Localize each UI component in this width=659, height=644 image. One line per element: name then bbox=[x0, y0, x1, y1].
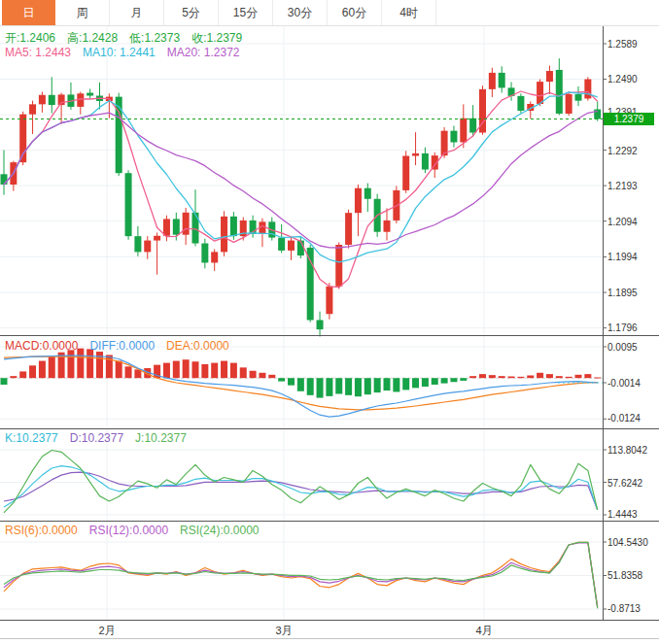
rsi24-value: RSI(24):0.0000 bbox=[180, 524, 259, 537]
rsi6-value: RSI(6):0.0000 bbox=[5, 524, 78, 537]
kdj-readout: K:10.2377D:10.2377J:10.2377 bbox=[5, 431, 198, 445]
candlestick-chart-canvas[interactable] bbox=[0, 0, 659, 644]
macd-ytick: -0.0014 bbox=[607, 378, 641, 389]
rsi-ytick: 104.5430 bbox=[607, 537, 648, 548]
main-ytick: 1.1796 bbox=[607, 322, 638, 333]
high-value: 高:1.2428 bbox=[67, 31, 118, 45]
rsi-readout: RSI(6):0.0000RSI(12):0.0000RSI(24):0.000… bbox=[5, 524, 271, 537]
ma20-value: MA20: 1.2372 bbox=[167, 46, 240, 59]
macd-ytick: 0.0095 bbox=[607, 342, 638, 353]
main-ytick: 1.2094 bbox=[607, 217, 638, 227]
main-ytick: 1.1895 bbox=[607, 288, 638, 298]
rsi12-value: RSI(12):0.0000 bbox=[89, 524, 168, 537]
xaxis-label-feb: 2月 bbox=[94, 624, 120, 638]
open-value: 开:1.2406 bbox=[5, 31, 55, 45]
ma-readout: MA5: 1.2443MA10: 1.2441MA20: 1.2372 bbox=[5, 46, 251, 59]
low-value: 低:1.2373 bbox=[129, 31, 180, 45]
kdj-ytick: 57.6242 bbox=[607, 478, 642, 489]
main-ytick: 1.2292 bbox=[607, 146, 638, 156]
ma5-value: MA5: 1.2443 bbox=[5, 46, 71, 59]
rsi-ytick: -0.8713 bbox=[607, 603, 641, 614]
kline-chart-app: 日 周 月 5分 15分 30分 60分 4时 开:1.2406高:1.2428… bbox=[0, 0, 659, 644]
j-value: J:10.2377 bbox=[135, 431, 187, 445]
macd-readout: MACD:0.0000DIFF:0.0000DEA:0.0000 bbox=[5, 339, 241, 353]
main-ytick: 1.2193 bbox=[607, 181, 638, 191]
ohlc-readout: 开:1.2406高:1.2428低:1.2373收:1.2379 bbox=[5, 30, 254, 47]
close-value: 收:1.2379 bbox=[191, 31, 242, 45]
d-value: D:10.2377 bbox=[70, 431, 123, 445]
xaxis-label-mar: 3月 bbox=[271, 624, 296, 638]
main-ytick: 1.1994 bbox=[607, 252, 638, 262]
kdj-ytick: 113.8042 bbox=[607, 445, 647, 456]
main-ytick: 1.2589 bbox=[607, 39, 638, 50]
diff-value: DIFF:0.0000 bbox=[89, 339, 155, 353]
xaxis-label-apr: 4月 bbox=[471, 624, 497, 638]
k-value: K:10.2377 bbox=[5, 431, 58, 445]
main-ytick: 1.2490 bbox=[607, 74, 638, 85]
ma10-value: MA10: 1.2441 bbox=[83, 46, 156, 59]
dea-value: DEA:0.0000 bbox=[166, 339, 229, 353]
rsi-ytick: 51.8358 bbox=[607, 570, 642, 581]
macd-ytick: -0.0124 bbox=[607, 413, 641, 424]
macd-value: MACD:0.0000 bbox=[5, 339, 78, 353]
kdj-ytick: 1.4443 bbox=[607, 509, 638, 520]
current-price-badge: 1.2379 bbox=[604, 113, 654, 125]
